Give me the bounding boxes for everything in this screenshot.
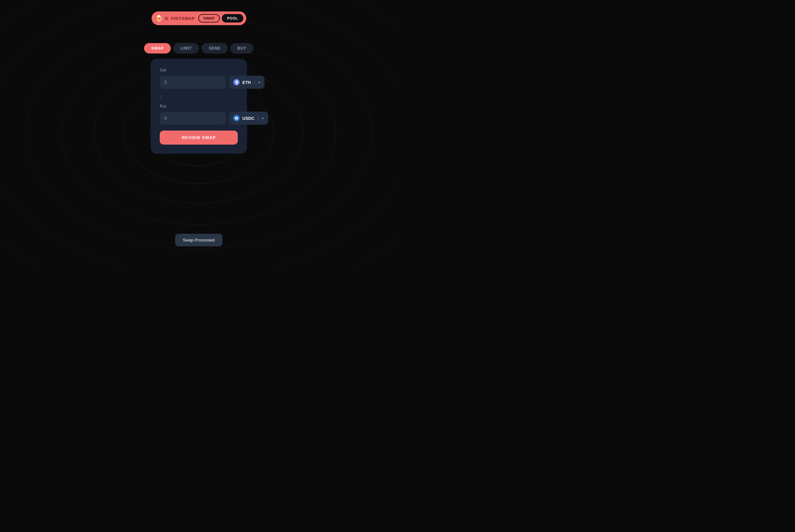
tab-group: SWAP LIMIT SEND BUY: [144, 43, 254, 54]
swap-processed-toast: Swap Processed: [175, 234, 223, 246]
navbar: 🍺 ⊞ PINTSWAP SWAP POOL: [151, 12, 246, 25]
buy-token-selector[interactable]: USDC | ▾: [229, 112, 268, 125]
buy-section: Buy USDC | ▾: [160, 104, 238, 125]
sell-token-name: ETH: [242, 80, 251, 85]
divider-icon: |: [254, 80, 255, 84]
buy-token-name: USDC: [242, 116, 255, 121]
usdc-icon: [233, 115, 240, 121]
sell-token-selector[interactable]: ETH | ▾: [229, 76, 264, 89]
navbar-right: SWAP POOL: [198, 14, 243, 22]
swap-direction-arrow-icon[interactable]: ↓: [160, 93, 162, 99]
toast-message: Swap Processed: [183, 238, 215, 243]
review-swap-button[interactable]: REVIEW SWAP: [160, 131, 238, 145]
swap-card: Sell ETH |: [151, 59, 247, 154]
sell-chevron-icon: ▾: [258, 81, 260, 84]
logo-grid-icon: ⊞: [165, 16, 168, 21]
sell-section: Sell ETH |: [160, 68, 238, 89]
tab-swap[interactable]: SWAP: [144, 43, 171, 54]
buy-input[interactable]: [160, 112, 226, 125]
tab-buy[interactable]: BUY: [230, 43, 254, 54]
sell-input-row: ETH | ▾: [160, 76, 238, 89]
logo-cup-icon: 🍺: [155, 15, 163, 22]
buy-label: Buy: [160, 104, 238, 108]
tab-limit[interactable]: LIMIT: [173, 43, 199, 54]
app-title: PINTSWAP: [171, 16, 195, 21]
nav-pool-button[interactable]: POOL: [222, 14, 243, 22]
sell-label: Sell: [160, 68, 238, 73]
sell-input[interactable]: [160, 76, 226, 89]
navbar-left: 🍺 ⊞ PINTSWAP: [155, 15, 195, 22]
divider2-icon: |: [258, 116, 259, 120]
eth-icon: [233, 79, 240, 86]
swap-arrow-container: ↓: [160, 93, 238, 99]
nav-swap-button[interactable]: SWAP: [198, 14, 220, 22]
tab-send[interactable]: SEND: [202, 43, 228, 54]
navbar-logo: 🍺 ⊞: [155, 15, 168, 22]
buy-input-row: USDC | ▾: [160, 112, 238, 125]
buy-chevron-icon: ▾: [262, 116, 263, 120]
